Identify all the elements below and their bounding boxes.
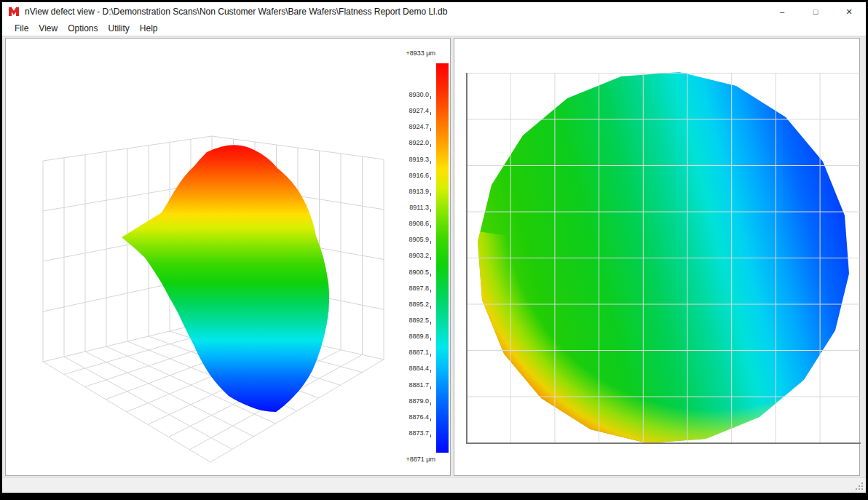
menu-options[interactable]: Options bbox=[63, 23, 103, 34]
menu-file[interactable]: File bbox=[9, 23, 33, 34]
colorbar-min-label: +8871 μm bbox=[406, 456, 435, 463]
window-title: nView defect view - D:\Demonstration Sca… bbox=[25, 7, 447, 17]
status-bar bbox=[2, 477, 866, 493]
panel-3d-surface-view: +8933 μm 8930.08927.48924.78922.08919.38… bbox=[5, 38, 451, 476]
screenshot-root: nView defect view - D:\Demonstration Sca… bbox=[0, 0, 868, 500]
colorbar-tick: 8897.8 bbox=[409, 285, 431, 293]
menu-help[interactable]: Help bbox=[135, 23, 163, 34]
menu-utility[interactable]: Utility bbox=[103, 23, 135, 34]
colorbar-tick: 8887.1 bbox=[409, 349, 431, 357]
colorbar-tick: 8889.8 bbox=[409, 333, 431, 341]
colorbar-tick: 8879.0 bbox=[409, 397, 431, 405]
colorbar-tick: 8884.4 bbox=[409, 365, 431, 373]
colorbar-tick: 8876.4 bbox=[409, 413, 431, 421]
surface-3d-canvas[interactable] bbox=[6, 39, 450, 477]
colorbar-tick: 8905.9 bbox=[409, 236, 431, 244]
close-button[interactable]: ✕ bbox=[832, 2, 866, 21]
colorbar bbox=[436, 63, 449, 453]
content-area: +8933 μm 8930.08927.48924.78922.08919.38… bbox=[2, 36, 866, 477]
colorbar-tick: 8895.2 bbox=[409, 301, 431, 309]
colorbar-tick: 8927.4 bbox=[409, 107, 431, 115]
colorbar-tick: 8892.5 bbox=[409, 317, 431, 325]
colorbar-tick: 8924.7 bbox=[409, 123, 431, 131]
wafer-map-canvas[interactable] bbox=[454, 39, 861, 477]
colorbar-max-label: +8933 μm bbox=[406, 49, 435, 57]
window-controls: – □ ✕ bbox=[765, 2, 866, 21]
colorbar-tick: 8873.7 bbox=[409, 429, 431, 437]
panel-top-down-view bbox=[454, 38, 860, 476]
resize-grip-icon[interactable] bbox=[855, 482, 864, 491]
colorbar-tick: 8900.5 bbox=[409, 269, 431, 277]
app-logo-icon bbox=[8, 7, 20, 17]
colorbar-tick: 8922.0 bbox=[409, 139, 431, 147]
colorbar-tick: 8930.0 bbox=[409, 91, 431, 99]
colorbar-tick: 8903.2 bbox=[409, 252, 431, 260]
colorbar-tick: 8913.9 bbox=[409, 188, 431, 196]
colorbar-tick: 8881.7 bbox=[409, 381, 431, 389]
maximize-button[interactable]: □ bbox=[799, 2, 832, 21]
colorbar-tick: 8919.3 bbox=[409, 156, 431, 164]
minimize-button[interactable]: – bbox=[765, 2, 799, 21]
app-window: nView defect view - D:\Demonstration Sca… bbox=[2, 2, 866, 493]
colorbar-tick: 8908.6 bbox=[409, 220, 431, 228]
colorbar-tick: 8916.6 bbox=[409, 172, 431, 180]
title-bar[interactable]: nView defect view - D:\Demonstration Sca… bbox=[2, 2, 866, 21]
menu-view[interactable]: View bbox=[33, 23, 63, 34]
menu-bar: File View Options Utility Help bbox=[2, 21, 866, 36]
colorbar-tick: 8911.3 bbox=[409, 204, 431, 212]
